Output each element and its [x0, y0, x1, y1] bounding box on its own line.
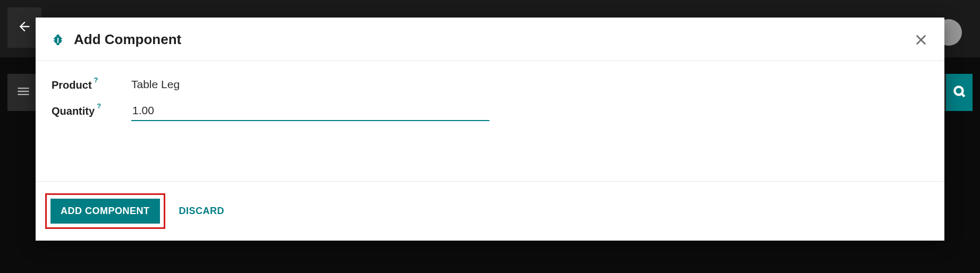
- primary-button-highlight: Add Component: [45, 193, 165, 229]
- bug-icon: [52, 33, 64, 46]
- search-icon: [952, 84, 966, 100]
- product-label-wrap: Product ?: [52, 77, 131, 91]
- add-component-modal: Add Component Product ? Table Leg Quanti…: [36, 18, 944, 241]
- discard-button[interactable]: Discard: [176, 199, 228, 223]
- modal-body: Product ? Table Leg Quantity ?: [36, 61, 944, 182]
- quantity-help-icon[interactable]: ?: [97, 102, 101, 110]
- close-icon: [914, 40, 928, 49]
- search-button[interactable]: [946, 74, 973, 111]
- close-button[interactable]: [914, 32, 928, 47]
- quantity-field-row: Quantity ?: [52, 103, 928, 121]
- add-component-button[interactable]: Add Component: [50, 199, 160, 224]
- modal-title: Add Component: [74, 31, 914, 48]
- modal-header: Add Component: [36, 18, 944, 61]
- product-field-row: Product ? Table Leg: [52, 77, 928, 91]
- menu-button[interactable]: [7, 74, 39, 111]
- arrow-left-icon: [17, 19, 32, 36]
- svg-line-1: [961, 93, 964, 96]
- hamburger-icon: [16, 84, 31, 101]
- quantity-label-wrap: Quantity ?: [52, 103, 131, 117]
- product-help-icon[interactable]: ?: [94, 76, 98, 84]
- product-value[interactable]: Table Leg: [131, 77, 180, 91]
- product-label: Product: [52, 79, 92, 91]
- modal-footer: Add Component Discard: [36, 182, 944, 241]
- svg-point-0: [954, 87, 962, 95]
- quantity-input[interactable]: [131, 103, 489, 121]
- quantity-label: Quantity: [52, 105, 95, 117]
